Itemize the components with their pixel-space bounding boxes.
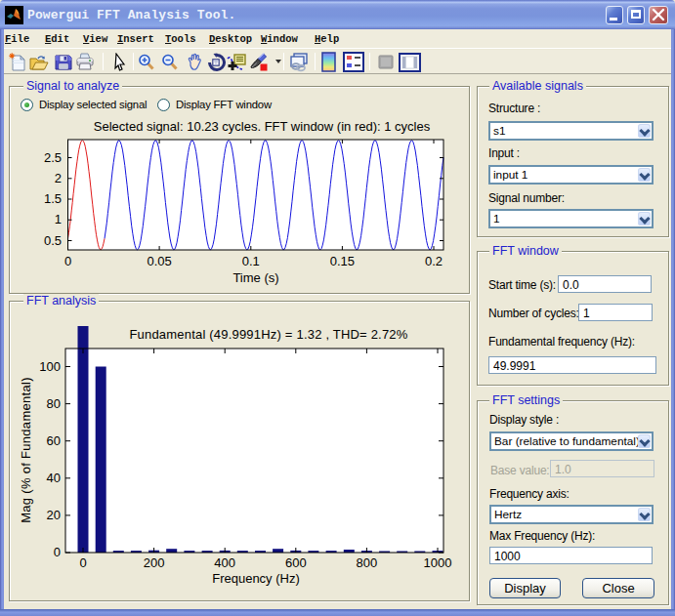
svg-text:0: 0 [64,254,71,268]
svg-text:0.15: 0.15 [330,254,355,268]
svg-text:60: 60 [47,433,61,448]
svg-text:400: 400 [214,555,235,570]
svg-text:2: 2 [55,171,62,185]
svg-text:0.2: 0.2 [425,254,443,268]
svg-text:40: 40 [47,471,61,485]
svg-text:Mag (% of Fundamental): Mag (% of Fundamental) [19,377,33,523]
svg-text:0.05: 0.05 [147,254,171,268]
svg-text:100: 100 [39,359,61,374]
svg-text:600: 600 [285,555,307,570]
svg-text:1: 1 [55,212,62,226]
svg-text:80: 80 [47,396,61,411]
svg-text:1.5: 1.5 [44,191,62,206]
svg-text:Frequency (Hz): Frequency (Hz) [212,571,300,586]
svg-text:20: 20 [47,508,61,522]
svg-text:0: 0 [79,555,86,570]
svg-text:200: 200 [144,555,165,570]
svg-text:800: 800 [357,555,378,570]
svg-text:0: 0 [54,545,61,559]
svg-text:Fundamental (49.9991Hz) = 1.32: Fundamental (49.9991Hz) = 1.32 , THD= 2.… [129,327,407,342]
svg-text:0.5: 0.5 [44,233,62,248]
svg-text:0.1: 0.1 [242,254,260,268]
svg-text:1000: 1000 [424,555,452,570]
svg-text:Selected signal: 10.23 cycles.: Selected signal: 10.23 cycles. FFT windo… [94,119,431,134]
svg-text:2.5: 2.5 [44,150,62,165]
svg-text:Time (s): Time (s) [232,270,278,285]
